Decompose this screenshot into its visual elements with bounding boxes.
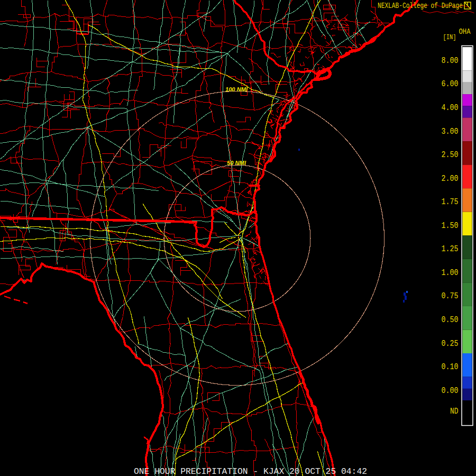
svg-text:3.00: 3.00 <box>442 127 459 136</box>
svg-text:100 NMI: 100 NMI <box>225 86 248 93</box>
svg-text:2.00: 2.00 <box>442 174 459 184</box>
svg-text:50 NMI: 50 NMI <box>227 160 246 166</box>
svg-text:ND: ND <box>450 407 459 416</box>
svg-text:1.25: 1.25 <box>442 244 459 254</box>
svg-text:0.00: 0.00 <box>442 386 459 396</box>
svg-text:8.00: 8.00 <box>442 56 459 66</box>
svg-text:0.25: 0.25 <box>442 339 459 349</box>
svg-text:4.00: 4.00 <box>442 103 459 113</box>
svg-text:1.00: 1.00 <box>442 268 459 278</box>
svg-text:NEXLAB-College of DuPage: NEXLAB-College of DuPage <box>378 2 463 10</box>
svg-text:1.75: 1.75 <box>442 197 459 207</box>
svg-text:1.50: 1.50 <box>442 221 459 231</box>
svg-text:0.75: 0.75 <box>442 291 459 301</box>
svg-text:[IN]: [IN] <box>443 33 456 41</box>
svg-text:6.00: 6.00 <box>442 79 459 89</box>
svg-text:ONE HOUR PRECIPITATION - KJAX: ONE HOUR PRECIPITATION - KJAX 20 OCT 25 … <box>134 466 367 476</box>
svg-text:0.50: 0.50 <box>442 315 459 325</box>
svg-text:OHA: OHA <box>459 28 471 36</box>
svg-text:2.50: 2.50 <box>442 150 459 160</box>
svg-text:0.10: 0.10 <box>442 362 459 372</box>
